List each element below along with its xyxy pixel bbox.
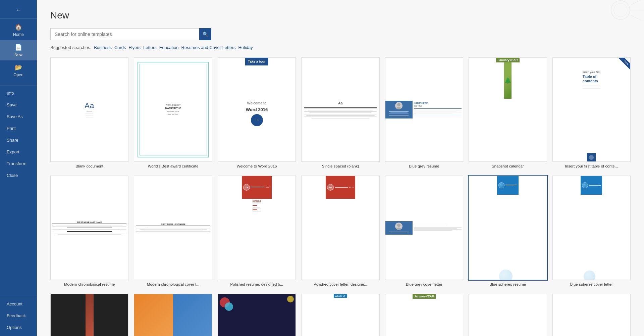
template-polished-cover-label: Polished cover letter, designe... <box>314 282 367 287</box>
template-polished-resume[interactable]: YN MOO HEADLINE <box>218 176 296 287</box>
suggested-letters[interactable]: Letters <box>143 45 157 50</box>
template-grid-row1: Aa Blank document WORLD'S BEST NAME/TITL… <box>50 57 631 169</box>
template-modern-cover[interactable]: FIRST NAME LAST NAME Modern chronologica… <box>134 176 212 287</box>
template-tour-label: Welcome to Word 2016 <box>237 164 277 169</box>
template-blue-grey-resume-label: Blue grey resume <box>409 164 439 169</box>
template-tour[interactable]: Take a tour Welcome to Word 2016 → Welco… <box>218 57 296 169</box>
template-blank[interactable]: Aa Blank document <box>50 57 128 169</box>
template-polished-resume-label: Polished resume, designed b... <box>230 282 283 287</box>
template-banner-calendar-thumb: JanuaryYEAR <box>385 294 463 336</box>
template-student-report-thumb: Report Title 🏙 <box>552 294 631 336</box>
sidebar-item-home[interactable]: 🏠 Home <box>0 20 37 40</box>
template-polished-cover-thumb: YN MOO <box>301 176 379 280</box>
new-doc-icon: 📄 <box>15 44 22 51</box>
sidebar-item-new[interactable]: 📄 New <box>0 40 37 60</box>
search-button[interactable]: 🔍 <box>199 28 211 40</box>
template-single-spaced-label: Single spaced (blank) <box>322 164 359 169</box>
template-snapshot-calendar[interactable]: JanuaryYEAR 🌲 Snapshot calendar <box>469 57 547 169</box>
template-event-brochure[interactable]: EVENTSERIESNAME Vivid shapes event broch… <box>218 294 296 336</box>
suggested-holiday[interactable]: Holiday <box>238 45 253 50</box>
template-toc-label: Insert your first table of conte... <box>565 164 618 169</box>
sidebar-item-info[interactable]: Info <box>0 87 37 99</box>
template-modern-resume[interactable]: FIRST NAME LAST NAME Modern chronologica… <box>50 176 128 287</box>
template-snapshot-calendar-thumb: JanuaryYEAR 🌲 <box>469 57 547 162</box>
search-container: 🔍 <box>50 28 211 40</box>
template-modern-cover-thumb: FIRST NAME LAST NAME <box>134 176 212 280</box>
template-banner-calendar[interactable]: JanuaryYEAR Banner calendar <box>385 294 463 336</box>
template-blue-spheres-cover-thumb <box>552 176 631 280</box>
template-single-spaced-thumb: Aa <box>301 57 379 162</box>
sidebar-home-label: Home <box>13 32 24 37</box>
suggested-education[interactable]: Education <box>159 45 179 50</box>
template-polished-resume-thumb: YN MOO HEADLINE <box>218 176 296 280</box>
template-tour-thumb: Take a tour Welcome to Word 2016 → <box>218 57 296 162</box>
page-title: New <box>50 10 631 21</box>
template-blue-spheres-resume-thumb <box>469 176 547 280</box>
template-edu-brochure-thumb <box>134 294 212 336</box>
svg-line-5 <box>631 15 641 20</box>
template-student-report[interactable]: Report Title 🏙 Student report with photo <box>552 294 631 336</box>
suggested-flyers[interactable]: Flyers <box>129 45 141 50</box>
search-input[interactable] <box>50 28 211 40</box>
template-blue-grey-resume-thumb: NAME HERE JOB TITLE <box>385 57 463 162</box>
template-toc[interactable]: New Insert your first Table ofcontents I… <box>552 57 631 169</box>
svg-point-10 <box>396 107 401 109</box>
template-modern-resume-thumb: FIRST NAME LAST NAME <box>50 176 128 280</box>
sidebar-item-close[interactable]: Close <box>0 170 37 181</box>
sidebar-item-options[interactable]: Options <box>0 322 37 333</box>
template-blue-grey-cover[interactable]: Blue grey cover letter <box>385 176 463 287</box>
template-blue-spheres-resume[interactable]: Blue spheres resume <box>469 176 547 287</box>
template-report-thumb: REPORT TITLE20xx <box>469 294 547 336</box>
template-restaurant-brochure[interactable]: 🍽 Restaurant brochure <box>50 294 128 336</box>
template-certificate[interactable]: WORLD'S BEST NAME/TITLE Recipient name Y… <box>134 57 212 169</box>
sidebar-item-feedback[interactable]: Feedback <box>0 310 37 322</box>
search-icon: 🔍 <box>203 32 208 37</box>
template-blank-thumb: Aa <box>50 57 128 162</box>
template-appt-calendar[interactable]: WEEK OF <box>301 294 379 336</box>
back-icon: ← <box>15 7 21 14</box>
template-snapshot-calendar-label: Snapshot calendar <box>492 164 524 169</box>
suggested-business[interactable]: Business <box>94 45 112 50</box>
template-toc-thumb: New Insert your first Table ofcontents <box>552 57 631 162</box>
sidebar-new-label: New <box>14 52 22 57</box>
template-restaurant-brochure-thumb: 🍽 <box>50 294 128 336</box>
template-certificate-label: World's Best award certificate <box>148 164 199 169</box>
sidebar: ← 🏠 Home 📄 New 📂 Open Info Save Save As … <box>0 0 37 336</box>
sidebar-back-button[interactable]: ← <box>0 3 37 17</box>
template-blue-spheres-resume-label: Blue spheres resume <box>490 282 526 287</box>
template-blue-spheres-cover-label: Blue spheres cover letter <box>570 282 613 287</box>
template-single-spaced[interactable]: Aa Single spaced (blank) <box>301 57 379 169</box>
sidebar-item-print[interactable]: Print <box>0 123 37 134</box>
sidebar-item-open[interactable]: 📂 Open <box>0 60 37 81</box>
sidebar-item-transform[interactable]: Transform <box>0 158 37 170</box>
svg-line-4 <box>631 0 641 5</box>
sidebar-item-export[interactable]: Export <box>0 146 37 158</box>
suggested-cards[interactable]: Cards <box>114 45 126 50</box>
template-report[interactable]: REPORT TITLE20xx Report <box>469 294 547 336</box>
template-event-brochure-thumb: EVENTSERIESNAME <box>218 294 296 336</box>
template-polished-cover[interactable]: YN MOO Polished cover letter, designe. <box>301 176 379 287</box>
template-blue-grey-cover-label: Blue grey cover letter <box>406 282 442 287</box>
svg-point-9 <box>397 103 400 106</box>
sidebar-item-save[interactable]: Save <box>0 99 37 111</box>
open-folder-icon: 📂 <box>15 64 22 71</box>
sidebar-item-share[interactable]: Share <box>0 134 37 146</box>
template-blue-grey-resume[interactable]: NAME HERE JOB TITLE Blue grey resume <box>385 57 463 169</box>
template-blue-spheres-cover[interactable]: Blue spheres cover letter <box>552 176 631 287</box>
template-edu-brochure[interactable]: Education brochure <box>134 294 212 336</box>
sidebar-item-save-as[interactable]: Save As <box>0 111 37 123</box>
template-grid-row3: 🍽 Restaurant brochure Education brochure <box>50 294 631 336</box>
svg-point-11 <box>397 224 400 227</box>
template-blank-label: Blank document <box>75 164 103 169</box>
suggested-label: Suggested searches: <box>50 45 91 50</box>
suggested-resumes[interactable]: Resumes and Cover Letters <box>181 45 236 50</box>
main-content: New 🔍 Suggested searches: Business Cards… <box>37 0 644 336</box>
sidebar-item-account[interactable]: Account <box>0 298 37 310</box>
template-blue-grey-cover-thumb <box>385 176 463 280</box>
template-modern-cover-label: Modern chronological cover l... <box>147 282 200 287</box>
suggested-searches: Suggested searches: Business Cards Flyer… <box>50 45 631 50</box>
template-modern-resume-label: Modern chronological resume <box>64 282 115 287</box>
home-icon: 🏠 <box>15 23 22 31</box>
template-appt-calendar-thumb: WEEK OF <box>301 294 379 336</box>
template-grid-row2: FIRST NAME LAST NAME Modern chronologica… <box>50 176 631 287</box>
